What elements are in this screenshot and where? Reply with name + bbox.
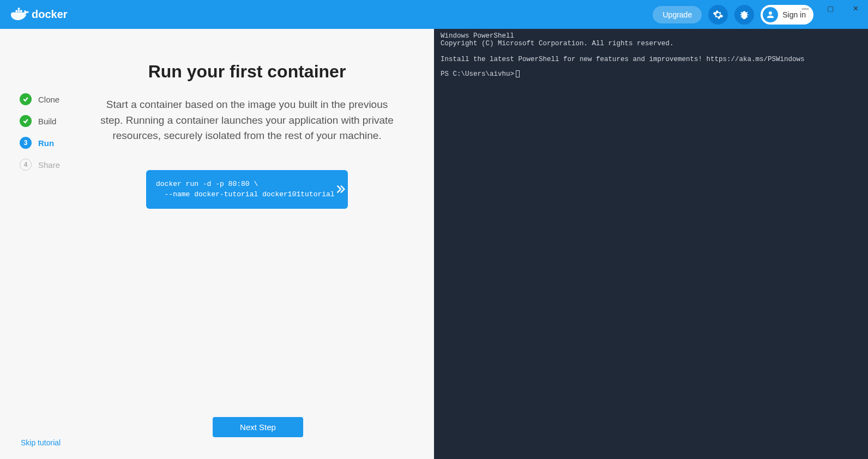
step-label: Share	[38, 160, 60, 170]
minimize-button[interactable]: —	[793, 0, 818, 16]
user-avatar	[763, 7, 778, 22]
bug-icon	[739, 9, 750, 20]
close-button[interactable]: ✕	[843, 0, 868, 16]
steps-sidebar: Clone Build 3 Run 4 Share	[0, 29, 82, 459]
terminal-cursor	[516, 70, 520, 77]
upgrade-button[interactable]: Upgrade	[653, 6, 702, 23]
command-box[interactable]: docker run -d -p 80:80 \ --name docker-t…	[146, 170, 348, 209]
terminal-panel[interactable]: Windows PowerShell Copyright (C) Microso…	[434, 29, 868, 459]
terminal-prompt: PS C:\Users\aivhu>	[441, 70, 514, 78]
app-header: docker Upgrade Sign in	[0, 0, 868, 29]
bug-button[interactable]	[734, 5, 754, 25]
tutorial-content: Run your first container Start a contain…	[82, 29, 434, 459]
command-text: docker run -d -p 80:80 \ --name docker-t…	[156, 179, 335, 200]
terminal-line: Copyright (C) Microsoft Corporation. All…	[441, 40, 674, 47]
terminal-line: Install the latest PowerShell for new fe…	[441, 56, 805, 63]
check-icon	[20, 115, 32, 127]
run-command-icon[interactable]	[335, 183, 347, 195]
svg-rect-7	[18, 8, 20, 10]
svg-rect-5	[18, 10, 20, 12]
step-share[interactable]: 4 Share	[20, 159, 82, 171]
step-label: Run	[38, 138, 54, 148]
docker-whale-icon	[11, 8, 29, 22]
step-build[interactable]: Build	[20, 115, 82, 127]
main-area: Clone Build 3 Run 4 Share Run your first…	[0, 29, 868, 459]
step-label: Build	[38, 117, 56, 126]
svg-rect-6	[20, 10, 22, 12]
docker-logo: docker	[11, 8, 68, 22]
gear-icon	[713, 9, 724, 20]
step-clone[interactable]: Clone	[20, 93, 82, 105]
maximize-button[interactable]: ▢	[818, 0, 843, 16]
app-name: docker	[32, 8, 68, 21]
header-actions: Upgrade Sign in	[653, 5, 813, 25]
tutorial-panel: Clone Build 3 Run 4 Share Run your first…	[0, 29, 434, 459]
svg-rect-4	[16, 10, 18, 12]
next-step-button[interactable]: Next Step	[213, 417, 303, 437]
step-run[interactable]: 3 Run	[20, 137, 82, 149]
skip-tutorial-link[interactable]: Skip tutorial	[21, 438, 61, 447]
window-controls: — ▢ ✕	[793, 0, 868, 16]
page-description: Start a container based on the image you…	[100, 97, 394, 144]
page-title: Run your first container	[82, 62, 412, 82]
settings-button[interactable]	[708, 5, 728, 25]
chevron-double-right-icon	[335, 183, 347, 195]
terminal-line: Windows PowerShell	[441, 32, 514, 40]
check-icon	[20, 93, 32, 105]
step-label: Clone	[38, 95, 59, 104]
user-icon	[765, 10, 775, 20]
step-number: 3	[20, 137, 32, 149]
step-number: 4	[20, 159, 32, 171]
